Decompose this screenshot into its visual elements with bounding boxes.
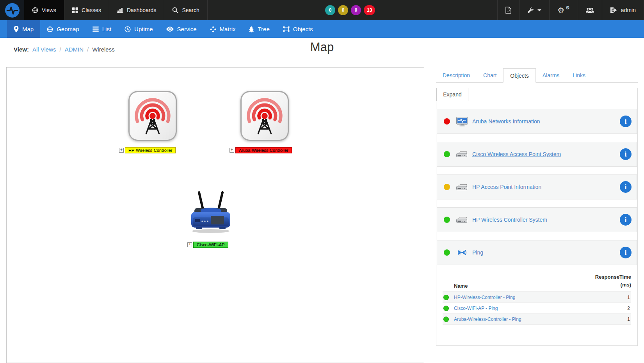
- object-link[interactable]: HP Access Point Information: [472, 184, 541, 190]
- status-dot-yellow: [444, 184, 450, 190]
- subnav-label: Map: [22, 26, 34, 32]
- users-icon: [586, 7, 594, 13]
- expand-button[interactable]: Expand: [436, 88, 468, 101]
- ping-value: 1: [627, 295, 630, 300]
- object-link[interactable]: Aruba Networks Information: [472, 118, 540, 125]
- responsetime-line2: (ms): [621, 282, 631, 288]
- nav-item-views[interactable]: Views: [24, 0, 64, 20]
- subnav-label: List: [102, 26, 111, 32]
- device-icon: [455, 151, 469, 158]
- ping-row-hp-wireless-controller[interactable]: HP-Wireless-Controller - Ping 1: [443, 292, 631, 303]
- pdf-export-button[interactable]: [497, 0, 519, 20]
- status-dot-green: [443, 317, 449, 322]
- responsetime-line1: ResponseTime: [595, 274, 631, 280]
- list-icon: [93, 27, 99, 32]
- ping-link[interactable]: Cisco-WiFi-AP - Ping: [454, 306, 498, 311]
- top-toolbar: ⚙ ⚙ admin: [497, 0, 644, 20]
- subnav-label: Tree: [258, 26, 269, 32]
- badge-minor-count[interactable]: 0: [351, 5, 361, 15]
- app-logo[interactable]: [0, 0, 24, 20]
- matrix-diamonds-icon: [210, 26, 216, 32]
- object-row-cisco-wireless-access-point-system[interactable]: Cisco Wireless Access Point System i: [437, 142, 637, 167]
- expand-node-button[interactable]: +: [187, 242, 192, 247]
- subnav-item-geomap[interactable]: Geomap: [40, 20, 86, 38]
- logout-button[interactable]: admin: [602, 0, 644, 20]
- page-title: Map: [0, 40, 644, 54]
- wrench-icon: [527, 7, 534, 14]
- users-button[interactable]: [578, 0, 602, 20]
- ping-response-table: Name ResponseTime (ms) HP-Wireless-Contr…: [443, 273, 631, 325]
- object-row-hp-access-point-information[interactable]: HP Access Point Information i: [437, 174, 637, 199]
- ping-link[interactable]: HP-Wireless-Controller - Ping: [454, 295, 515, 300]
- subnav-item-tree[interactable]: Tree: [242, 20, 276, 38]
- object-row-hp-wireless-controller-system[interactable]: HP Wireless Controller System i: [437, 207, 637, 232]
- detail-panel: Description Chart Objects Alarms Links E…: [436, 68, 638, 346]
- info-icon[interactable]: i: [620, 214, 632, 226]
- object-row-aruba-networks-information[interactable]: Aruba Networks Information i: [437, 109, 637, 134]
- chevron-down-icon: [537, 9, 541, 11]
- wifi-router-icon: [187, 190, 234, 235]
- nav-label: Classes: [82, 7, 101, 13]
- subnav-item-objects[interactable]: Objects: [276, 20, 320, 38]
- tab-alarms[interactable]: Alarms: [536, 69, 566, 82]
- monitor-icon: [455, 117, 469, 126]
- subnav-item-map[interactable]: Map: [7, 20, 40, 38]
- map-node-cisco-wifi-ap[interactable]: [187, 190, 234, 236]
- alarm-badges: 0 0 0 13: [325, 0, 375, 20]
- badge-warning-count[interactable]: 0: [338, 5, 348, 15]
- info-icon[interactable]: i: [620, 181, 632, 193]
- object-link[interactable]: Cisco Wireless Access Point System: [472, 151, 561, 157]
- globe-icon: [32, 7, 38, 13]
- node-label-row-aruba: + Aruba-Wireless-Controller: [229, 147, 292, 153]
- device-icon: [455, 184, 469, 190]
- object-row-ping[interactable]: Ping i: [437, 240, 637, 265]
- detail-tabs: Description Chart Objects Alarms Links: [436, 68, 638, 83]
- nav-item-search[interactable]: Search: [164, 0, 207, 20]
- clock-icon: [125, 26, 131, 32]
- ping-value: 1: [627, 317, 630, 322]
- object-link[interactable]: Ping: [472, 249, 483, 256]
- info-icon[interactable]: i: [620, 247, 632, 258]
- ping-link[interactable]: Aruba-Wireless-Controller - Ping: [454, 317, 521, 322]
- info-icon[interactable]: i: [620, 116, 632, 127]
- object-group-icon: [283, 26, 290, 32]
- settings-button[interactable]: ⚙ ⚙: [549, 0, 578, 20]
- top-navigation-bar: Views Classes Dashboards Search 0 0 0 1: [0, 0, 644, 20]
- nav-label: Dashboards: [127, 7, 157, 13]
- node-label-cisco-wifi-ap[interactable]: Cisco-WiFi-AP: [193, 242, 228, 248]
- subnav-item-uptime[interactable]: Uptime: [118, 20, 160, 38]
- nav-label: Views: [42, 7, 56, 13]
- bar-chart-icon: [117, 7, 123, 13]
- tab-links[interactable]: Links: [566, 69, 592, 82]
- pdf-file-icon: [505, 7, 511, 14]
- tab-description[interactable]: Description: [436, 69, 477, 82]
- expand-node-button[interactable]: +: [229, 148, 234, 153]
- status-dot-green: [443, 295, 449, 300]
- map-node-aruba-wireless-controller[interactable]: [240, 91, 289, 141]
- column-header-name: Name: [454, 283, 468, 289]
- tools-menu-button[interactable]: [519, 0, 549, 20]
- subnav-label: Matrix: [220, 26, 236, 32]
- node-label-row-cisco: + Cisco-WiFi-AP: [187, 242, 228, 248]
- nav-item-classes[interactable]: Classes: [64, 0, 109, 20]
- subnav-item-service[interactable]: Service: [160, 20, 203, 38]
- tab-chart[interactable]: Chart: [477, 69, 503, 82]
- ping-row-aruba-wireless-controller[interactable]: Aruba-Wireless-Controller - Ping 1: [443, 314, 631, 325]
- status-dot-red: [444, 118, 450, 125]
- nav-item-dashboards[interactable]: Dashboards: [109, 0, 165, 20]
- node-label-aruba-wireless-controller[interactable]: Aruba-Wireless-Controller: [235, 147, 292, 153]
- badge-info-count[interactable]: 0: [325, 5, 335, 15]
- map-canvas[interactable]: + HP-Wireless-Controller + Aruba-Wireles…: [6, 67, 424, 363]
- tab-objects[interactable]: Objects: [503, 68, 535, 83]
- object-link[interactable]: HP Wireless Controller System: [472, 217, 547, 223]
- subnav-item-matrix[interactable]: Matrix: [203, 20, 242, 38]
- status-dot-green: [443, 306, 449, 311]
- node-label-hp-wireless-controller[interactable]: HP-Wireless-Controller: [125, 147, 176, 153]
- badge-critical-count[interactable]: 13: [364, 5, 375, 15]
- info-icon[interactable]: i: [620, 148, 632, 160]
- grid-icon: [72, 7, 78, 13]
- expand-node-button[interactable]: +: [119, 148, 124, 153]
- ping-row-cisco-wifi-ap[interactable]: Cisco-WiFi-AP - Ping 2: [443, 303, 631, 314]
- subnav-item-list[interactable]: List: [86, 20, 118, 38]
- map-node-hp-wireless-controller[interactable]: [128, 91, 177, 141]
